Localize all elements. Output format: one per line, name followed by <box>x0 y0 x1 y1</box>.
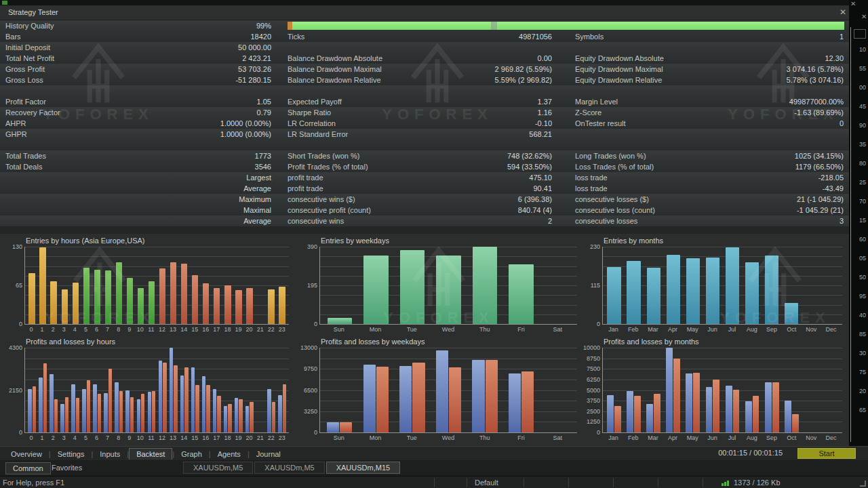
resize-grip[interactable] <box>860 481 866 487</box>
bar <box>224 406 227 432</box>
bar-slot <box>26 348 37 432</box>
stat-row <box>575 42 844 53</box>
app-icon <box>2 1 7 5</box>
bar-slot <box>358 348 395 432</box>
tab-overview[interactable]: Overview <box>4 449 49 460</box>
chart-title: Profits and losses by hours <box>26 338 115 346</box>
bg-close-icon[interactable]: ✕ <box>850 0 856 7</box>
bar-slot <box>394 348 431 432</box>
stat-value: Maximum <box>239 195 271 203</box>
bar <box>647 268 660 324</box>
x-axis-label: 13 <box>167 434 178 443</box>
tab-graph[interactable]: Graph <box>174 449 209 460</box>
stat-value: 5.78% (3 074.16) <box>787 76 844 84</box>
tab-journal[interactable]: Journal <box>250 449 288 460</box>
status-separator <box>434 478 435 487</box>
bar-slot <box>394 247 431 324</box>
bar-slot <box>157 348 168 432</box>
subtab-common[interactable]: Common <box>5 462 51 474</box>
bar <box>195 385 199 432</box>
stat-row: AHPR1.0000 (0.00%) <box>5 118 271 129</box>
chart-title: Entries by hours (Asia Europe,USA) <box>26 237 144 245</box>
stat-value: 0.79 <box>257 108 271 117</box>
subtab-favorites[interactable]: Favorites <box>45 462 89 473</box>
status-profile[interactable]: Default <box>475 479 498 487</box>
bar <box>181 264 187 324</box>
x-axis-labels: SunMonTueWedThuFriSat <box>319 326 577 335</box>
bar-slot <box>762 348 782 432</box>
stats-column-1: History Quality99%Bars18420Initial Depos… <box>5 20 271 226</box>
price-scale-fragment: 65 <box>859 407 866 413</box>
bar-slot <box>266 247 277 324</box>
stat-label: LR Standard Error <box>288 130 348 138</box>
stat-value: Largest <box>246 174 271 182</box>
bar-slot <box>743 348 762 432</box>
bar <box>666 348 673 432</box>
chart: Profits and losses by months100008750750… <box>583 337 846 444</box>
stat-value: 594 (33.50%) <box>507 163 552 171</box>
bar-slot <box>179 247 190 324</box>
stat-value: -43.49 <box>823 184 844 192</box>
bar <box>667 255 680 324</box>
stat-row: profit trade90.41 <box>288 183 552 194</box>
bar <box>246 288 252 324</box>
start-button[interactable]: Start <box>797 448 856 459</box>
chart-window-tab[interactable]: XAUUSDm,M15 <box>326 462 400 474</box>
x-axis-label: 13 <box>167 326 178 335</box>
bar <box>228 404 231 432</box>
tab-inputs[interactable]: Inputs <box>93 449 127 460</box>
chart-window-tabs: XAUUSDm,M5XAUUSDm,M5XAUUSDm,M15 <box>183 462 400 474</box>
stat-row <box>288 42 552 53</box>
stat-label: Loss Trades (% of total) <box>575 163 654 171</box>
bar <box>73 283 79 324</box>
stat-row: Loss Trades (% of total)1179 (66.50%) <box>575 161 844 172</box>
x-axis-label: 10 <box>135 326 146 335</box>
bar-slot <box>168 247 179 324</box>
chart-title: Entries by months <box>604 237 663 245</box>
bar <box>116 262 122 324</box>
bar <box>509 264 533 324</box>
y-axis-label: 0 <box>297 429 317 436</box>
stats-column-2: Ticks49871056Balance Drawdown Absolute0.… <box>288 20 552 226</box>
bar-slot <box>255 348 266 432</box>
tab-agents[interactable]: Agents <box>211 449 248 460</box>
bar <box>765 256 778 324</box>
tab-backtest[interactable]: Backtest <box>129 448 172 460</box>
bar-slot <box>92 247 102 324</box>
bar-slot <box>201 247 212 324</box>
stat-row: consecutive wins ($)6 (396.38) <box>288 194 552 205</box>
chart-window-tab[interactable]: XAUUSDm,M5 <box>254 462 324 474</box>
bar <box>33 386 36 432</box>
stat-label: Expected Payoff <box>288 98 342 106</box>
bar-slot <box>503 348 540 432</box>
stat-value: 475.10 <box>529 174 552 182</box>
price-scale-fragment: 00 <box>859 84 866 91</box>
stat-row: Expected Payoff1.37 <box>288 96 552 107</box>
x-axis-label: Sat <box>539 326 576 335</box>
bar-slot <box>467 247 503 324</box>
stat-row: Balance Drawdown Relative5.59% (2 969.82… <box>288 75 552 85</box>
stat-value: 90.41 <box>533 184 552 192</box>
bar <box>93 384 96 432</box>
bg-scrollbar[interactable] <box>850 27 851 442</box>
chart-window-tab[interactable]: XAUUSDm,M5 <box>183 462 253 474</box>
stat-value: 499877000.00% <box>789 98 844 106</box>
x-axis-label: 16 <box>200 326 211 335</box>
tester-close-icon[interactable]: ✕ <box>840 7 846 17</box>
bar <box>634 396 641 432</box>
x-axis-label: 22 <box>266 434 277 443</box>
bg-chart-close-icon[interactable]: ✕ <box>861 13 867 20</box>
bg-restore-icon[interactable] <box>854 29 866 39</box>
bar-slot <box>802 247 821 324</box>
bar-slot <box>539 247 576 324</box>
y-axis-label: 130 <box>2 243 22 250</box>
stat-value: Average <box>243 217 271 225</box>
stat-value: 6 (396.38) <box>518 195 552 203</box>
tab-settings[interactable]: Settings <box>51 449 92 460</box>
x-axis-label: Fri <box>503 434 540 443</box>
stat-value: 0 <box>840 119 844 127</box>
stat-row: Profit Trades (% of total)594 (33.50%) <box>288 161 552 172</box>
bar-slot <box>113 348 124 432</box>
stat-row: loss trade-43.49 <box>575 183 844 194</box>
bar <box>94 270 100 324</box>
